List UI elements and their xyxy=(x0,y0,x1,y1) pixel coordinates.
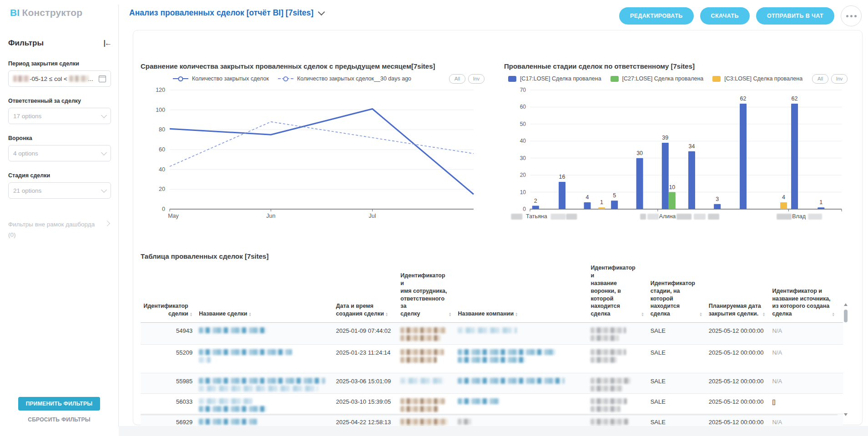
legend-swatch-icon xyxy=(611,76,619,82)
column-header-resp[interactable]: Идентификатор и имя сотрудника, ответств… xyxy=(400,264,458,323)
cell-value: 55209 xyxy=(176,349,192,356)
cell-value: 2025-05-12 00:00:00 xyxy=(709,378,764,385)
page-background-strip xyxy=(119,426,868,436)
dashboard-card: Сравнение количества закрытых проваленны… xyxy=(133,30,863,425)
vertical-scrollbar[interactable] xyxy=(843,303,848,416)
column-header-comp[interactable]: Название компании xyxy=(458,264,590,323)
deals-table: Идентификатор сделкиНазвание сделкиДата … xyxy=(141,264,843,436)
filter-input-close-period[interactable]: -05-12 ≤ col < ... xyxy=(8,70,111,87)
filter-label-close-period: Период закрытия сделки xyxy=(8,60,111,67)
redacted-text xyxy=(400,398,445,404)
cell-resp xyxy=(400,323,458,345)
redacted-text xyxy=(400,406,439,412)
filter-value: -05-12 ≤ col < xyxy=(30,75,69,82)
legend-item[interactable]: Количество закрытых сделок__30 days ago xyxy=(278,75,411,82)
sort-icon xyxy=(699,312,702,318)
bar-chart-legend: [C17:LOSE] Сделка провалена[C27:LOSE] Сд… xyxy=(504,75,807,82)
report-title-dropdown[interactable]: Анализ проваленных сделок [отчёт BI] [7s… xyxy=(129,8,324,18)
scrollbar-thumb[interactable] xyxy=(844,310,848,322)
sort-icon xyxy=(515,312,518,318)
column-header-close[interactable]: Планируемая дата закрытия сделки. xyxy=(709,264,772,323)
column-header-name[interactable]: Название сделки xyxy=(199,264,336,323)
filter-select-funnel[interactable]: 4 options xyxy=(8,145,111,161)
line-marker-icon xyxy=(173,78,188,79)
legend-toggle-all[interactable]: All xyxy=(812,74,828,84)
redacted-text xyxy=(400,327,446,333)
filter-group-funnel: Воронка4 options xyxy=(8,135,111,161)
chevron-down-icon xyxy=(101,112,107,118)
column-header-source[interactable]: Идентификатор и название источника, из к… xyxy=(772,264,843,323)
more-options-button[interactable] xyxy=(841,5,862,26)
filter-select-stage[interactable]: 21 options xyxy=(8,182,111,199)
cell-name xyxy=(199,394,336,414)
column-header-funnel[interactable]: Идентификатор и название воронки, в кото… xyxy=(590,264,650,323)
apply-filters-button[interactable]: ПРИМЕНИТЬ ФИЛЬТРЫ xyxy=(18,397,100,411)
svg-text:Jul: Jul xyxy=(369,213,376,219)
legend-toggle-all[interactable]: All xyxy=(449,74,465,84)
cell-value: 54943 xyxy=(176,327,192,334)
svg-text:40: 40 xyxy=(520,138,526,144)
bar-chart: 010203040506070216415303910343624621Тать… xyxy=(504,86,848,222)
redacted-text xyxy=(199,349,292,355)
legend-item[interactable]: [C3:LOSE] Сделка провалена xyxy=(712,75,802,82)
column-header-created[interactable]: Дата и время создания сделки xyxy=(336,264,401,323)
legend-toggle-inv[interactable]: Inv xyxy=(468,74,484,84)
reset-filters-button[interactable]: СБРОСИТЬ ФИЛЬТРЫ xyxy=(0,416,118,423)
legend-label: Количество закрытых сделок__30 days ago xyxy=(297,75,411,82)
redacted-text xyxy=(590,378,631,384)
cell-stage: SALE xyxy=(651,394,709,414)
legend-item[interactable]: Количество закрытых сделок xyxy=(173,75,269,82)
redacted-text xyxy=(458,327,517,333)
cell-value: SALE xyxy=(651,327,666,334)
cell-funnel xyxy=(590,373,650,394)
bar-chart-title: Проваленные стадии сделок по ответственн… xyxy=(504,62,848,70)
redacted-text xyxy=(400,357,437,363)
legend-swatch-icon xyxy=(508,76,516,82)
svg-text:50: 50 xyxy=(520,121,526,127)
redacted-text xyxy=(458,419,471,425)
cell-source: N/A xyxy=(772,323,843,345)
redacted-text xyxy=(199,406,267,412)
cell-id: 56033 xyxy=(141,394,199,414)
legend-toggle-inv[interactable]: Inv xyxy=(831,74,848,84)
logo-bi: BI xyxy=(10,7,20,18)
cell-close: 2025-05-12 00:00:00 xyxy=(709,373,772,394)
redacted-text xyxy=(458,357,526,363)
calendar-icon[interactable] xyxy=(99,75,106,82)
ellipsis-icon xyxy=(846,15,848,17)
column-header-id[interactable]: Идентификатор сделки xyxy=(141,264,199,323)
svg-text:1: 1 xyxy=(819,199,823,205)
legend-item[interactable]: [C17:LOSE] Сделка провалена xyxy=(508,75,601,82)
outside-filters-toggle[interactable]: Фильтры вне рамок дашборда (0) xyxy=(8,220,111,241)
cell-value: 2025-05-12 00:00:00 xyxy=(709,398,764,405)
filter-select-responsible[interactable]: 17 options xyxy=(8,108,111,124)
svg-text:4: 4 xyxy=(586,194,589,200)
table-row: 560332025-03-10 15:39:05SALE2025-05-12 0… xyxy=(141,394,843,414)
filter-label-stage: Стадия сделки xyxy=(8,172,111,179)
bar-chart-legend-toggles: AllInv xyxy=(812,74,848,84)
legend-item[interactable]: [C27:LOSE] Сделка провалена xyxy=(611,75,704,82)
cell-created: 2025-03-10 15:39:05 xyxy=(336,394,401,414)
collapse-sidebar-icon[interactable]: |← xyxy=(104,39,111,47)
cell-value: SALE xyxy=(651,398,666,405)
cell-created: 2025-01-23 11:24:14 xyxy=(336,345,401,373)
outside-filters-count: (0) xyxy=(8,231,16,238)
cell-created: 2025-01-09 07:44:02 xyxy=(336,323,401,345)
horizontal-scrollbar[interactable] xyxy=(141,415,838,415)
cell-id: 55209 xyxy=(141,345,199,373)
scroll-down-icon[interactable] xyxy=(844,413,848,416)
legend-label: Количество закрытых сделок xyxy=(192,75,269,82)
cell-source: N/A xyxy=(772,373,843,394)
scroll-up-icon[interactable] xyxy=(844,303,848,306)
send-to-chat-button[interactable]: ОТПРАВИТЬ В ЧАТ xyxy=(756,7,834,25)
svg-text:1: 1 xyxy=(600,199,603,205)
cell-id: 55985 xyxy=(141,373,199,394)
edit-button[interactable]: РЕДАКТИРОВАТЬ xyxy=(619,7,694,25)
header-actions: РЕДАКТИРОВАТЬСКАЧАТЬОТПРАВИТЬ В ЧАТ xyxy=(619,5,862,26)
download-button[interactable]: СКАЧАТЬ xyxy=(700,7,750,25)
column-label: Дата и время создания сделки xyxy=(336,302,384,318)
svg-text:62: 62 xyxy=(792,95,798,102)
column-header-stage[interactable]: Идентификатор стадии, на которой находит… xyxy=(651,264,709,323)
cell-stage: SALE xyxy=(651,373,709,394)
table-row: 549432025-01-09 07:44:02SALE2025-05-12 0… xyxy=(141,323,843,345)
